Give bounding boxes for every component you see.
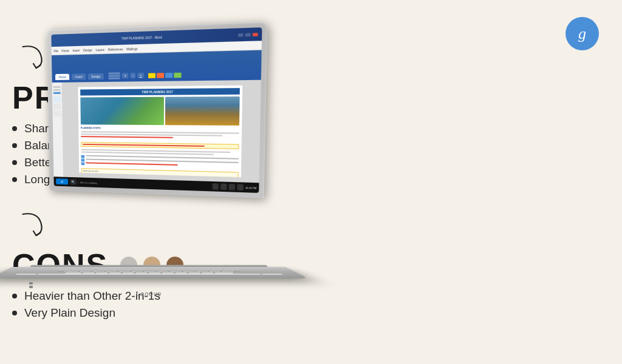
page-container: TRIP PLANNING 2017 - Word FileHomeInsert… bbox=[0, 0, 622, 364]
screen-page: TRIP PLANNING 2017 PLANNING STEPS bbox=[62, 80, 261, 183]
taskbar-clock: 12:45 PM bbox=[245, 186, 256, 189]
doc-header: TRIP PLANNING 2017 bbox=[80, 88, 240, 95]
screen-body: TRIP PLANNING 2017 PLANNING STEPS bbox=[52, 80, 261, 183]
doc-highlighted-text bbox=[81, 142, 239, 149]
cons-arrow-svg bbox=[12, 208, 55, 241]
cons-arrow-decoration bbox=[12, 208, 598, 244]
screen-document: TRIP PLANNING 2017 PLANNING STEPS bbox=[78, 85, 242, 177]
keyboard-keys bbox=[10, 269, 287, 276]
taskbar-start: ⊞ bbox=[56, 178, 68, 184]
keyboard-surface bbox=[0, 267, 308, 278]
doc-image-2 bbox=[165, 96, 240, 126]
usb-port-2 bbox=[29, 286, 33, 288]
laptop-brand: Lenovo bbox=[136, 290, 162, 297]
pros-arrow-decoration bbox=[12, 41, 598, 76]
logo-badge: g bbox=[566, 17, 599, 50]
doc-images bbox=[80, 96, 240, 126]
laptop-ports bbox=[29, 282, 33, 288]
usb-port-1 bbox=[29, 282, 33, 285]
logo-text: g bbox=[578, 25, 586, 43]
doc-image-1 bbox=[80, 97, 164, 125]
pros-arrow-svg bbox=[12, 41, 55, 74]
laptop-keyboard-base bbox=[12, 267, 285, 303]
doc-text-area: PLANNING STEPS bbox=[81, 126, 239, 177]
